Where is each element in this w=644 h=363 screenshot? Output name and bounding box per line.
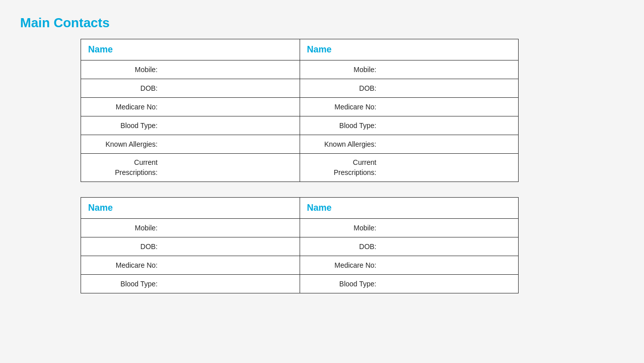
table-row: Blood Type: Blood Type: — [81, 116, 519, 135]
medicare-value-1[interactable] — [162, 98, 300, 116]
allergies-value-2[interactable] — [381, 135, 519, 153]
mobile-value-2[interactable] — [381, 60, 519, 79]
bloodtype-label-t2-2: Blood Type: — [300, 275, 381, 293]
col2-header: Name — [300, 39, 519, 60]
page-title: Main Contacts — [20, 15, 624, 31]
medicare-label-1: Medicare No: — [81, 98, 162, 116]
medicare-label-2: Medicare No: — [300, 98, 381, 116]
table-header-row-1: Name Name — [81, 39, 519, 60]
medicare-value-t2-1[interactable] — [162, 256, 300, 274]
prescriptions-label-2: CurrentPrescriptions: — [300, 154, 381, 182]
table-row: Medicare No: Medicare No: — [81, 256, 519, 275]
bloodtype-label-2: Blood Type: — [300, 116, 381, 135]
col1-header: Name — [81, 39, 300, 60]
table-row: DOB: DOB: — [81, 79, 519, 98]
mobile-label-1: Mobile: — [81, 60, 162, 79]
table-row: DOB: DOB: — [81, 237, 519, 256]
mobile-value-t2-2[interactable] — [381, 219, 519, 237]
bloodtype-value-2[interactable] — [381, 116, 519, 135]
mobile-value-1[interactable] — [162, 60, 300, 79]
table-row: Blood Type: Blood Type: — [81, 275, 519, 293]
bloodtype-value-1[interactable] — [162, 116, 300, 135]
allergies-value-1[interactable] — [162, 135, 300, 153]
contacts-section-2: Name Name Mobile: M — [20, 197, 624, 293]
dob-value-t2-2[interactable] — [381, 237, 519, 256]
table-row: Medicare No: Medicare No: — [81, 98, 519, 116]
mobile-value-t2-1[interactable] — [162, 219, 300, 237]
dob-value-2[interactable] — [381, 79, 519, 97]
dob-label-1: DOB: — [81, 79, 162, 97]
bloodtype-label-1: Blood Type: — [81, 116, 162, 135]
dob-label-t2-2: DOB: — [300, 237, 381, 256]
col1-header-t2: Name — [81, 198, 300, 219]
contacts-section-1: Name Name Mobile: M — [20, 39, 624, 182]
dob-label-t2-1: DOB: — [81, 237, 162, 256]
table-row: CurrentPrescriptions: CurrentPrescriptio… — [81, 154, 519, 182]
contacts-table-2: Name Name Mobile: M — [81, 197, 519, 293]
allergies-label-2: Known Allergies: — [300, 135, 381, 153]
mobile-label-t2-2: Mobile: — [300, 219, 381, 237]
bloodtype-value-t2-2[interactable] — [381, 275, 519, 293]
medicare-value-2[interactable] — [381, 98, 519, 116]
table-row: Mobile: Mobile: — [81, 219, 519, 237]
dob-label-2: DOB: — [300, 79, 381, 97]
prescriptions-label-1: CurrentPrescriptions: — [81, 154, 162, 182]
mobile-label-t2-1: Mobile: — [81, 219, 162, 237]
prescriptions-value-1[interactable] — [162, 154, 300, 182]
prescriptions-value-2[interactable] — [381, 154, 519, 182]
medicare-label-t2-1: Medicare No: — [81, 256, 162, 274]
mobile-label-2: Mobile: — [300, 60, 381, 79]
contacts-table-1: Name Name Mobile: M — [81, 39, 519, 182]
medicare-label-t2-2: Medicare No: — [300, 256, 381, 274]
bloodtype-label-t2-1: Blood Type: — [81, 275, 162, 293]
table-row: Known Allergies: Known Allergies: — [81, 135, 519, 154]
table-header-row-2: Name Name — [81, 198, 519, 219]
dob-value-t2-1[interactable] — [162, 237, 300, 256]
medicare-value-t2-2[interactable] — [381, 256, 519, 274]
bloodtype-value-t2-1[interactable] — [162, 275, 300, 293]
table-row: Mobile: Mobile: — [81, 60, 519, 79]
col2-header-t2: Name — [300, 198, 519, 219]
allergies-label-1: Known Allergies: — [81, 135, 162, 153]
dob-value-1[interactable] — [162, 79, 300, 97]
